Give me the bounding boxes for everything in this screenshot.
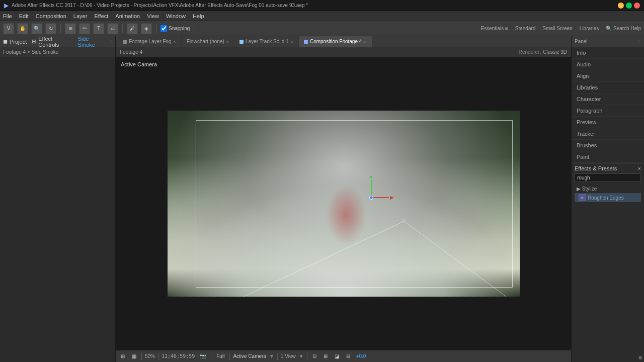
- menu-composition[interactable]: Composition: [36, 13, 66, 19]
- right-panel: Panel ≡ Info Audio Align Libraries Chara…: [571, 36, 644, 362]
- panel-align[interactable]: Align: [572, 70, 644, 82]
- panel-libraries[interactable]: Libraries: [572, 82, 644, 94]
- tab-label-flowchart: Flowchart (none): [187, 39, 224, 44]
- menu-help[interactable]: Help: [193, 13, 204, 19]
- vp-snap-btn[interactable]: ⊞: [119, 353, 127, 359]
- effects-presets-label: Effects & Presets: [575, 165, 617, 171]
- panel-paint[interactable]: Paint: [572, 151, 644, 163]
- tab-close-flowchart[interactable]: ×: [226, 39, 229, 44]
- effects-presets-section: Effects & Presets × ▶ Stylize fx Roughen…: [572, 163, 644, 206]
- roughen-edges-effect[interactable]: fx Roughen Edges: [575, 193, 641, 202]
- zoom-tool[interactable]: 🔍: [31, 23, 42, 34]
- separator-4: [194, 24, 194, 33]
- vp-zoom-value[interactable]: 50%: [145, 353, 155, 359]
- panel-character[interactable]: Character: [572, 94, 644, 105]
- tab-composition[interactable]: Composition Footage 4 ×: [299, 36, 372, 47]
- workspace-standard[interactable]: Standard: [515, 26, 536, 31]
- scene-background: [168, 111, 520, 297]
- menu-view[interactable]: View: [147, 13, 159, 19]
- panel-paragraph[interactable]: Paragraph: [572, 105, 644, 117]
- viewport: Active Camera: [116, 57, 571, 350]
- panel-icon-effect: ⊞: [32, 38, 36, 45]
- panel-brushes[interactable]: Brushes: [572, 140, 644, 151]
- panel-menu-icon[interactable]: ≡: [109, 39, 112, 45]
- shape-tool[interactable]: ▭: [107, 23, 118, 34]
- pen-tool[interactable]: ✏: [79, 23, 90, 34]
- gizmo-center: [369, 196, 373, 200]
- menu-animation[interactable]: Animation: [115, 13, 140, 19]
- panel-header-project: ◼ Project ⊞ Effect Controls Side Smoke ≡: [0, 36, 115, 47]
- toolbar: V ✋ 🔍 ↻ ⊕ ✏ T ▭ 🖌 ◈ Snapping Essentials …: [0, 21, 644, 36]
- vp-offset-value: +0.0: [356, 353, 366, 359]
- fx-icon: fx: [579, 194, 586, 201]
- tab-close-comp[interactable]: ×: [364, 39, 366, 44]
- maximize-button[interactable]: [626, 3, 632, 9]
- panel-tracker[interactable]: Tracker: [572, 128, 644, 140]
- tab-layer-track[interactable]: Layer Track Solid 1 ×: [234, 36, 299, 47]
- workspace-libraries[interactable]: Libraries: [580, 26, 599, 31]
- viewport-canvas[interactable]: [168, 111, 520, 297]
- tab-flowchart[interactable]: Flowchart (none) ×: [182, 36, 234, 47]
- stylize-label: ▶ Stylize: [575, 185, 641, 193]
- effect-controls-label: Effect Controls: [38, 36, 73, 48]
- workspace-search[interactable]: 🔍 Search Help: [606, 26, 641, 31]
- hand-tool[interactable]: ✋: [17, 23, 28, 34]
- vp-grid-btn[interactable]: ▦: [130, 353, 138, 359]
- panel-preview[interactable]: Preview: [572, 117, 644, 128]
- workspace-small[interactable]: Small Screen: [542, 26, 572, 31]
- close-button[interactable]: [634, 3, 640, 9]
- effects-close-icon[interactable]: ×: [638, 165, 641, 171]
- viewport-controls: ⊞ ▦ 50% 11;46;59;59 📷 Full Active Camera…: [116, 350, 571, 362]
- vp-cam-btn[interactable]: 📷: [198, 353, 208, 359]
- vp-layout-btn[interactable]: ⊡: [310, 353, 318, 359]
- separator-2: [122, 24, 123, 33]
- vp-active-camera[interactable]: Active Camera: [233, 353, 266, 359]
- menu-window[interactable]: Window: [166, 13, 186, 19]
- stylize-section: ▶ Stylize fx Roughen Edges: [575, 184, 641, 204]
- snapping-label: Snapping: [169, 26, 190, 31]
- vp-transparency-btn[interactable]: ◪: [333, 353, 341, 359]
- tab-close-layer[interactable]: ×: [291, 39, 293, 44]
- comp-header: Footage 4 Renderer: Classic 3D: [116, 47, 571, 57]
- title-bar: ▶ Adobe After Effects CC 2017 - D:\06 - …: [0, 0, 644, 11]
- panel-audio[interactable]: Audio: [572, 59, 644, 70]
- rotate-tool[interactable]: ↻: [45, 23, 56, 34]
- minimize-button[interactable]: [618, 3, 624, 9]
- separator-1: [60, 24, 61, 33]
- tab-icon-comp: [304, 40, 308, 44]
- brush-tool[interactable]: 🖌: [127, 23, 138, 34]
- vp-guide-btn[interactable]: ⊟: [344, 353, 352, 359]
- vp-quality[interactable]: Full: [214, 353, 226, 359]
- vp-sep-2: [158, 353, 158, 360]
- selection-tool[interactable]: V: [3, 23, 14, 34]
- right-panel-header: Panel ≡: [572, 36, 644, 47]
- vp-view-label[interactable]: 1 View: [281, 353, 296, 359]
- right-panel-menu[interactable]: ≡: [638, 39, 641, 45]
- menu-file[interactable]: File: [3, 13, 12, 19]
- snapping-control[interactable]: Snapping: [160, 25, 190, 32]
- snapping-checkbox[interactable]: [160, 25, 167, 32]
- center-area: Footage Layer Fog × Flowchart (none) × L…: [116, 36, 571, 362]
- workspace-essentials[interactable]: Essentials ≡: [481, 26, 508, 31]
- x-axis: [371, 197, 389, 198]
- tab-bar: Footage Layer Fog × Flowchart (none) × L…: [116, 36, 571, 47]
- vp-3d-btn[interactable]: ⊞: [321, 353, 330, 359]
- puppet-tool[interactable]: ◈: [141, 23, 152, 34]
- menu-layer[interactable]: Layer: [73, 13, 88, 19]
- tab-close-footage[interactable]: ×: [174, 39, 176, 44]
- tab-icon-footage: [123, 40, 127, 44]
- effects-corner-icon: ◼: [638, 355, 642, 360]
- subject-figure: [326, 185, 366, 245]
- vp-sep-6: [307, 353, 307, 360]
- menu-edit[interactable]: Edit: [19, 13, 29, 19]
- panel-info[interactable]: Info: [572, 47, 644, 59]
- project-label: Project: [10, 39, 27, 45]
- menu-effect[interactable]: Effect: [94, 13, 108, 19]
- effects-bottom-icon: ◼: [572, 353, 644, 362]
- text-tool[interactable]: T: [93, 23, 104, 34]
- tab-footage-layer-fog[interactable]: Footage Layer Fog ×: [118, 36, 182, 47]
- comp-name: Footage 4: [120, 49, 142, 55]
- anchor-tool[interactable]: ⊕: [65, 23, 76, 34]
- effect-controls-panel: [0, 57, 115, 362]
- effects-search-input[interactable]: [575, 173, 641, 182]
